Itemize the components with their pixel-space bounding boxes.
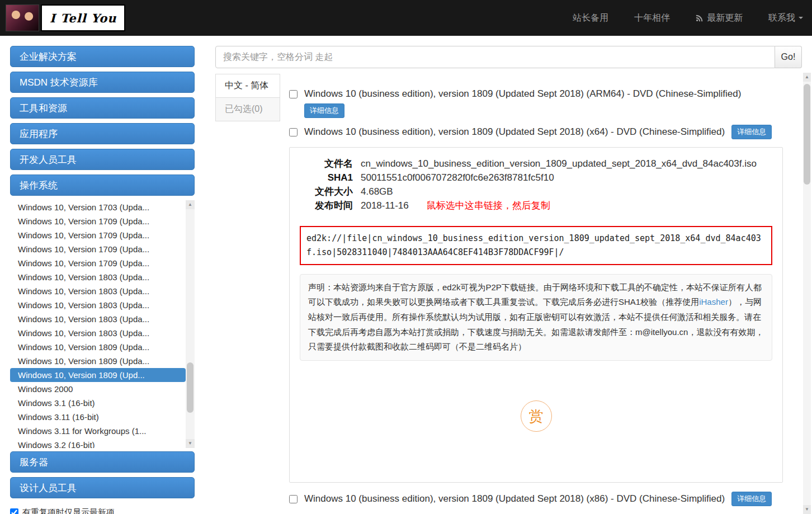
result-row-x64: Windows 10 (business edition), version 1…: [289, 125, 802, 139]
tab-chinese-simplified[interactable]: 中文 - 简体: [215, 74, 280, 98]
os-list-item[interactable]: Windows 10, Version 1709 (Upda...: [10, 228, 186, 242]
brand[interactable]: I Tell You: [6, 4, 125, 31]
brand-text: I Tell You: [50, 11, 116, 25]
field-value: 50011551c0f006707282f0fc6e263f8781fc5f10: [361, 171, 554, 185]
search-go-button[interactable]: Go!: [775, 46, 802, 68]
disclaimer-box: 声明：本站资源均来自于官方原版，ed2k可视为P2P下载链接。由于网络环境和下载…: [300, 274, 772, 361]
main-content: Go! 中文 - 简体 已勾选(0) Windows 10 (business …: [215, 46, 802, 506]
result-checkbox[interactable]: [289, 128, 298, 136]
field-label: SHA1: [300, 171, 353, 185]
results-list: Windows 10 (business edition), version 1…: [289, 74, 802, 506]
sidebar-item-servers[interactable]: 服务器: [10, 451, 195, 473]
field-label: 发布时间: [300, 199, 353, 213]
os-list-scrollbar-thumb[interactable]: [187, 362, 193, 413]
sidebar-item-msdn-library[interactable]: MSDN 技术资源库: [10, 72, 195, 93]
sidebar-item-designer-tools[interactable]: 设计人员工具: [10, 477, 195, 498]
field-value: cn_windows_10_business_edition_version_1…: [361, 157, 757, 171]
sidebar-item-developer-tools[interactable]: 开发人员工具: [10, 149, 195, 170]
sidebar-item-tools-resources[interactable]: 工具和资源: [10, 97, 195, 119]
os-list-item[interactable]: Windows 10, Version 1703 (Upda...: [10, 200, 186, 214]
details-button[interactable]: 详细信息: [731, 492, 772, 506]
field-value: 2018-11-16: [361, 199, 409, 213]
donate-button[interactable]: 赏: [521, 400, 552, 432]
result-row-arm64: Windows 10 (business edition), version 1…: [289, 88, 802, 100]
logo-image[interactable]: [6, 4, 39, 31]
os-list-item[interactable]: Windows 3.1 (16-bit): [10, 396, 186, 410]
os-list-item[interactable]: Windows 2000: [10, 382, 186, 396]
nav-link-contact-me-label: 联系我: [768, 12, 795, 24]
field-filename: 文件名 cn_windows_10_business_edition_versi…: [300, 157, 772, 171]
sidebar-item-operating-systems[interactable]: 操作系统: [10, 175, 195, 196]
os-list-item[interactable]: Windows 10, Version 1809 (Upda...: [10, 340, 186, 354]
os-list-item[interactable]: Windows 10, Version 1709 (Upda...: [10, 256, 186, 270]
result-checkbox[interactable]: [289, 495, 298, 503]
nav-link-latest-updates-label: 最新更新: [707, 12, 743, 24]
os-list-item[interactable]: Windows 10, Version 1803 (Upda...: [10, 312, 186, 326]
copy-hint-text: 鼠标选中这串链接，然后复制: [427, 199, 550, 213]
result-row-x86: Windows 10 (business edition), version 1…: [289, 492, 802, 506]
dedup-checkbox[interactable]: [10, 508, 18, 514]
top-navbar: I Tell You 站长备用 十年相伴 最新更新 联系我: [0, 0, 812, 36]
nav-link-webmaster-backup[interactable]: 站长备用: [573, 12, 608, 24]
os-list-item-selected[interactable]: Windows 10, Version 1809 (Upd...: [10, 368, 186, 382]
os-list-item[interactable]: Windows 10, Version 1709 (Upda...: [10, 214, 186, 228]
os-list-scrollbar[interactable]: ▲ ▼: [186, 200, 195, 448]
os-list-item[interactable]: Windows 3.11 for Workgroups (1...: [10, 424, 186, 438]
os-list-item[interactable]: Windows 3.11 (16-bit): [10, 410, 186, 424]
field-sha1: SHA1 50011551c0f006707282f0fc6e263f8781f…: [300, 171, 772, 185]
tab-checked-items[interactable]: 已勾选(0): [215, 98, 280, 121]
os-version-list: Windows 10, Version 1703 (Upda... Window…: [10, 200, 195, 448]
os-list-item[interactable]: Windows 10, Version 1803 (Upda...: [10, 270, 186, 284]
field-label: 文件大小: [300, 185, 353, 199]
page-scrollbar-thumb[interactable]: [804, 84, 810, 185]
field-value: 4.68GB: [361, 185, 393, 199]
os-version-items: Windows 10, Version 1703 (Upda... Window…: [10, 200, 186, 448]
details-button[interactable]: 详细信息: [731, 125, 772, 139]
sidebar: 企业解决方案 MSDN 技术资源库 工具和资源 应用程序 开发人员工具 操作系统…: [10, 46, 195, 514]
sidebar-item-applications[interactable]: 应用程序: [10, 123, 195, 144]
search-bar: Go!: [215, 46, 802, 68]
os-list-item[interactable]: Windows 10, Version 1803 (Upda...: [10, 298, 186, 312]
ed2k-link[interactable]: ed2k://|file|cn_windows_10_business_edit…: [306, 232, 766, 260]
detail-panel: 文件名 cn_windows_10_business_edition_versi…: [289, 147, 783, 483]
scroll-up-arrow-icon[interactable]: ▲: [803, 73, 811, 82]
caret-down-icon: [799, 17, 803, 19]
nav-link-contact-me[interactable]: 联系我: [768, 12, 803, 24]
scroll-down-arrow-icon[interactable]: ▼: [803, 505, 811, 514]
disclaimer-text: 声明：本站资源均来自于官方原版，ed2k可视为P2P下载链接。由于网络环境和下载…: [308, 282, 762, 307]
nav-links: 站长备用 十年相伴 最新更新 联系我: [573, 0, 803, 36]
page-scrollbar[interactable]: ▲ ▼: [803, 73, 811, 514]
search-input[interactable]: [215, 46, 775, 68]
field-label: 文件名: [300, 157, 353, 171]
sidebar-item-enterprise-solutions[interactable]: 企业解决方案: [10, 46, 195, 67]
content-row: 中文 - 简体 已勾选(0) Windows 10 (business edit…: [215, 74, 802, 506]
details-button[interactable]: 详细信息: [304, 103, 344, 118]
os-list-item[interactable]: Windows 10, Version 1803 (Upda...: [10, 326, 186, 340]
language-tabs: 中文 - 简体 已勾选(0): [215, 74, 280, 121]
result-title: Windows 10 (business edition), version 1…: [304, 126, 725, 138]
dedup-filter[interactable]: 有重复项时仅显示最新项: [10, 507, 195, 514]
scroll-up-arrow-icon[interactable]: ▲: [186, 200, 195, 209]
page-root: I Tell You 站长备用 十年相伴 最新更新 联系我: [0, 0, 812, 514]
os-list-item[interactable]: Windows 10, Version 1809 (Upda...: [10, 354, 186, 368]
brand-link[interactable]: I Tell You: [41, 4, 125, 31]
nav-link-latest-updates[interactable]: 最新更新: [696, 12, 743, 24]
ed2k-link-box[interactable]: ed2k://|file|cn_windows_10_business_edit…: [300, 226, 772, 265]
result-title: Windows 10 (business edition), version 1…: [304, 88, 741, 100]
field-release-date: 发布时间 2018-11-16 鼠标选中这串链接，然后复制: [300, 199, 772, 213]
os-list-item[interactable]: Windows 10, Version 1803 (Upda...: [10, 284, 186, 298]
os-list-item[interactable]: Windows 3.2 (16-bit): [10, 438, 186, 448]
field-filesize: 文件大小 4.68GB: [300, 185, 772, 199]
scroll-down-arrow-icon[interactable]: ▼: [186, 439, 195, 448]
ihasher-link[interactable]: iHasher: [699, 297, 728, 306]
result-title: Windows 10 (business edition), version 1…: [304, 493, 725, 504]
result-checkbox[interactable]: [289, 90, 298, 98]
os-list-item[interactable]: Windows 10, Version 1709 (Upda...: [10, 242, 186, 256]
dedup-label: 有重复项时仅显示最新项: [22, 507, 115, 514]
nav-link-ten-years[interactable]: 十年相伴: [634, 12, 670, 24]
result-arm64-actions: 详细信息: [304, 103, 802, 118]
rss-icon: [696, 14, 704, 22]
